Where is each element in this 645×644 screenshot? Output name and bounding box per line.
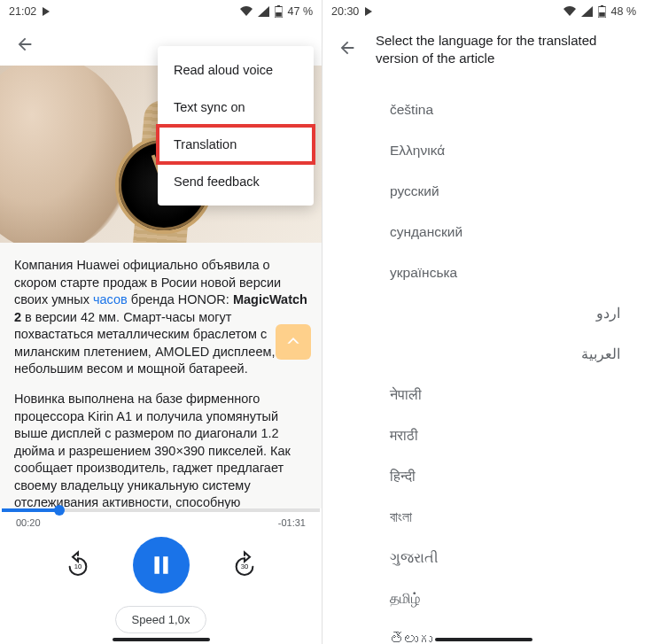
article-text: в версии 42 мм. Смарт-часы могут похваст…: [14, 310, 275, 376]
language-item[interactable]: मराठी: [322, 415, 645, 456]
status-bar: 20:30 48 %: [322, 0, 645, 23]
audio-player: 00:20 -01:31 10: [0, 508, 322, 644]
language-list: češtinaΕλληνικάрусскийсунданскийукраїнсь…: [322, 68, 645, 645]
back-button[interactable]: [333, 34, 361, 62]
svg-rect-5: [163, 556, 167, 574]
wifi-icon: [563, 6, 576, 17]
toolbar: Select the language for the translated v…: [322, 23, 645, 68]
language-item[interactable]: नेपाली: [322, 375, 645, 415]
progress-thumb-icon[interactable]: [54, 505, 65, 516]
gesture-bar: [113, 638, 210, 641]
menu-item-read-aloud-voice[interactable]: Read aloud voice: [158, 51, 314, 89]
language-item[interactable]: сунданский: [322, 212, 645, 252]
status-battery-pct: 47 %: [288, 5, 314, 18]
language-item[interactable]: اردو: [322, 293, 645, 334]
phone-right: 20:30 48 % Sele: [322, 0, 645, 644]
battery-icon: [275, 5, 283, 18]
scroll-top-button[interactable]: [276, 324, 311, 360]
language-item[interactable]: हिन्दी: [322, 456, 645, 497]
language-item[interactable]: বাংলা: [322, 497, 645, 538]
page-title: Select the language for the translated v…: [376, 32, 634, 68]
svg-rect-4: [154, 556, 159, 574]
language-item[interactable]: ગુજરાતી: [322, 538, 645, 578]
time-remaining: -01:31: [278, 517, 306, 528]
rewind-10-button[interactable]: 10: [58, 546, 97, 585]
play-indicator-icon: [42, 7, 51, 16]
battery-icon: [598, 5, 606, 18]
language-item[interactable]: українська: [322, 252, 645, 293]
menu-item-translation[interactable]: Translation: [158, 126, 314, 163]
svg-rect-8: [601, 5, 603, 7]
language-item[interactable]: Ελληνικά: [322, 130, 645, 171]
pause-button[interactable]: [133, 537, 190, 594]
signal-icon: [581, 6, 593, 17]
language-item[interactable]: தமிழ்: [322, 578, 645, 619]
article-link[interactable]: часов: [93, 292, 128, 306]
svg-rect-1: [277, 5, 280, 7]
forward-30-button[interactable]: 30: [225, 546, 264, 585]
article-paragraph: Компания Huawei официально объявила о ск…: [14, 257, 307, 378]
status-battery-pct: 48 %: [611, 5, 637, 18]
article-text: бренда HONOR:: [128, 292, 233, 306]
language-item[interactable]: čeština: [322, 89, 645, 130]
svg-rect-9: [599, 12, 605, 17]
progress-bar[interactable]: [2, 508, 320, 512]
time-elapsed: 00:20: [16, 517, 41, 528]
gesture-bar: [435, 638, 532, 641]
status-bar: 21:02 47 %: [0, 0, 322, 23]
signal-icon: [258, 6, 269, 17]
menu-item-send-feedback[interactable]: Send feedback: [158, 163, 314, 200]
play-indicator-icon: [364, 7, 373, 16]
status-time: 21:02: [9, 5, 36, 18]
language-item[interactable]: русский: [322, 171, 645, 212]
menu-item-text-sync-on[interactable]: Text sync on: [158, 89, 314, 126]
wifi-icon: [240, 6, 253, 17]
back-button[interactable]: [11, 30, 39, 58]
language-item[interactable]: العربية: [322, 334, 645, 375]
svg-text:10: 10: [74, 563, 82, 570]
svg-rect-2: [276, 12, 282, 17]
phone-left: 21:02 47 %: [0, 0, 322, 644]
overflow-menu: Read aloud voiceText sync onTranslationS…: [158, 46, 314, 206]
speed-button[interactable]: Speed 1,0x: [115, 606, 207, 633]
svg-text:30: 30: [240, 563, 248, 570]
status-time: 20:30: [331, 5, 359, 18]
